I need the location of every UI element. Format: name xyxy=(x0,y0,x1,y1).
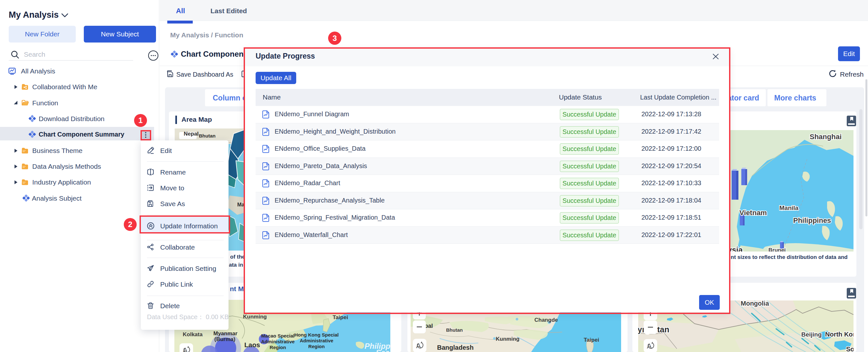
svg-text:tan: tan xyxy=(657,325,670,334)
svg-text:South K: South K xyxy=(846,346,854,352)
svg-text:Kunming: Kunming xyxy=(496,336,520,342)
svg-text:Manila: Manila xyxy=(779,205,799,211)
svg-text:Region: Region xyxy=(308,344,325,349)
svg-text:Mongolia: Mongolia xyxy=(741,301,769,307)
svg-text:Changde: Changde xyxy=(534,317,558,323)
svg-text:Taipei: Taipei xyxy=(333,314,348,320)
svg-text:Philippines: Philippines xyxy=(793,216,831,224)
svg-text:Kunming: Kunming xyxy=(243,314,267,320)
svg-text:Macao Special: Macao Special xyxy=(261,333,294,339)
svg-text:Vietnam: Vietnam xyxy=(739,209,767,217)
svg-text:Laos: Laos xyxy=(244,341,260,348)
svg-text:Region: Region xyxy=(270,345,286,350)
svg-text:Hong Kong Special: Hong Kong Special xyxy=(294,332,339,338)
svg-text:Administrative: Administrative xyxy=(300,338,333,343)
svg-text:Myanmar: Myanmar xyxy=(213,330,238,337)
svg-text:Administrative: Administrative xyxy=(261,339,294,344)
svg-text:Nepal: Nepal xyxy=(184,131,198,137)
svg-text:(Burma): (Burma) xyxy=(214,336,235,342)
svg-text:Beijing: Beijing xyxy=(801,331,822,338)
svg-text:Bangladesh: Bangladesh xyxy=(437,344,473,351)
svg-text:North Kor: North Kor xyxy=(825,331,854,338)
svg-text:Bhutan: Bhutan xyxy=(199,133,216,139)
svg-text:A: A xyxy=(416,342,421,350)
svg-text:A: A xyxy=(647,342,652,350)
svg-text:Kolkata: Kolkata xyxy=(183,331,203,338)
svg-text:Sea: Sea xyxy=(376,348,390,352)
svg-text:Bhutan: Bhutan xyxy=(446,327,463,333)
svg-text:Shanghai: Shanghai xyxy=(810,133,842,141)
svg-text:Brunei: Brunei xyxy=(768,247,786,251)
svg-text:Taipei: Taipei xyxy=(584,337,599,343)
svg-text:A: A xyxy=(183,346,188,352)
